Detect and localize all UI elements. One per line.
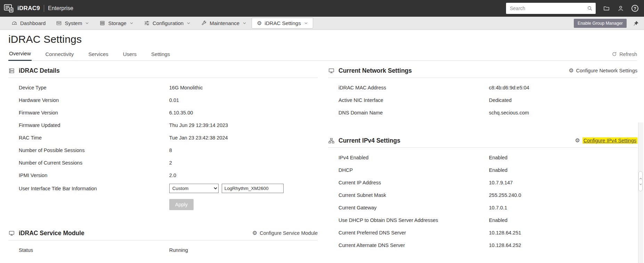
search-icon[interactable]: [587, 5, 593, 11]
row-label: DHCP: [328, 167, 489, 173]
row-value: 16G Monolithic: [169, 85, 203, 90]
current-network-settings-panel: Current Network Settings ⚙ Configure Net…: [328, 67, 637, 123]
row-value: c8:4b:d6:9d:e5:04: [489, 85, 529, 90]
table-row: Hardware Version 0.01: [8, 94, 318, 106]
row-label: IPv4 Enabled: [328, 155, 489, 160]
file-share-icon[interactable]: [603, 5, 610, 12]
table-row: Status Running: [8, 244, 318, 256]
wrench-icon: [201, 20, 207, 26]
help-icon[interactable]: ?: [631, 5, 638, 12]
user-icon[interactable]: [617, 5, 624, 12]
idrac-app-window: iDRAC9 Enterprise: [0, 0, 644, 263]
tab-settings[interactable]: Settings: [150, 49, 171, 61]
gear-icon: ⚙: [257, 21, 262, 26]
service-module-header: iDRAC Service Module ⚙ Configure Service…: [8, 230, 318, 240]
two-column-layout: iDRAC Details Device Type 16G Monolithic: [8, 67, 637, 261]
rack-server-icon: [8, 67, 15, 74]
search-input[interactable]: [506, 3, 596, 14]
table-row: DHCP Enabled: [328, 164, 637, 176]
sliders-icon: [144, 20, 150, 26]
nav-label: Dashboard: [20, 20, 46, 26]
table-row: Active NIC Interface Dedicated: [328, 94, 637, 106]
gear-icon: ⚙: [252, 230, 257, 236]
row-value: 8: [169, 148, 172, 153]
row-label: Number of Possible Sessions: [8, 148, 169, 153]
nav-item-configuration[interactable]: Configuration: [139, 17, 196, 30]
row-value: 10.128.64.252: [489, 242, 521, 248]
service-module-body: Status Running: [8, 240, 318, 261]
nav-item-dashboard[interactable]: Dashboard: [6, 17, 51, 30]
nav-label: Storage: [108, 20, 127, 26]
configure-service-module-link[interactable]: ⚙ Configure Service Module: [252, 230, 318, 236]
pin-icon[interactable]: [633, 20, 639, 26]
brand-separator: [44, 5, 44, 12]
nav-item-maintenance[interactable]: Maintenance: [196, 17, 252, 30]
refresh-button[interactable]: Refresh: [612, 51, 637, 61]
chevron-down-icon: [304, 21, 308, 25]
enable-group-manager-button[interactable]: Enable Group Manager: [574, 19, 627, 28]
nav-item-storage[interactable]: Storage: [94, 17, 139, 30]
vertical-scrollbar[interactable]: [638, 122, 643, 263]
title-bar-info-row: User Interface Title Bar Information Cus…: [8, 182, 318, 196]
apply-button[interactable]: Apply: [169, 199, 194, 210]
table-row: Firmware Updated Thu Jun 29 12:39:14 202…: [8, 119, 318, 132]
table-row: Current IP Address 10.7.9.147: [328, 176, 637, 189]
nav-label: Configuration: [153, 20, 184, 26]
table-row: RAC Time Tue Jan 23 23:42:38 2024: [8, 132, 318, 144]
nav-label: Maintenance: [210, 20, 239, 26]
tab-overview[interactable]: Overview: [8, 48, 32, 61]
table-row: Current Preferred DNS Server 10.128.64.2…: [328, 226, 637, 239]
row-value: Dedicated: [489, 97, 512, 103]
table-row: Device Type 16G Monolithic: [8, 81, 318, 94]
row-label: Current Subnet Mask: [328, 192, 489, 198]
main-nav-bar: Dashboard System Storage: [0, 17, 644, 30]
configure-network-settings-link[interactable]: ⚙ Configure Network Settings: [569, 68, 637, 73]
row-value: 6.10.35.00: [169, 110, 193, 115]
service-module-panel: iDRAC Service Module ⚙ Configure Service…: [8, 230, 318, 261]
row-label: Current Gateway: [328, 205, 489, 210]
row-value: 10.7.9.147: [489, 180, 513, 185]
scrollbar-thumb[interactable]: [638, 171, 643, 191]
service-module-rows: Status Running: [8, 244, 318, 256]
storage-disks-icon: [99, 20, 105, 26]
row-label: DNS Domain Name: [328, 110, 489, 115]
row-value: Enabled: [489, 155, 507, 160]
nav-label: iDRAC Settings: [264, 20, 301, 26]
row-value: Enabled: [489, 217, 507, 223]
action-label-highlighted: Configure IPv4 Settings: [582, 137, 637, 144]
configure-ipv4-settings-link[interactable]: ⚙ Configure IPv4 Settings: [575, 137, 637, 144]
tab-connectivity[interactable]: Connectivity: [45, 49, 75, 61]
page-content: iDRAC Settings Overview Connectivity Ser…: [0, 33, 644, 261]
scroll-down-icon: [639, 183, 642, 186]
tab-users[interactable]: Users: [122, 49, 137, 61]
row-value: 0.01: [169, 97, 179, 103]
monitor-icon: [8, 230, 15, 237]
table-row: Firmware Version 6.10.35.00: [8, 106, 318, 119]
server-icon: [56, 20, 62, 26]
nav-item-idrac-settings[interactable]: ⚙ iDRAC Settings: [252, 18, 313, 29]
right-column: Current Network Settings ⚙ Configure Net…: [328, 67, 637, 256]
title-bar-mode-select[interactable]: Custom: [169, 184, 219, 193]
row-label: User Interface Title Bar Information: [8, 186, 169, 191]
nav-item-system[interactable]: System: [51, 17, 94, 30]
network-settings-rows: iDRAC MAC Address c8:4b:d6:9d:e5:04 Acti…: [328, 81, 637, 119]
row-value: Tue Jan 23 23:42:38 2024: [169, 135, 228, 141]
idrac-details-body: Device Type 16G Monolithic Hardware Vers…: [8, 78, 318, 216]
title-bar-text-input[interactable]: [222, 184, 284, 193]
tab-services[interactable]: Services: [88, 49, 109, 61]
row-label: IPMI Version: [8, 173, 169, 178]
panel-title: Current IPv4 Settings: [339, 137, 400, 144]
row-value: 10.128.64.251: [489, 230, 521, 236]
row-value: 10.7.0.1: [489, 205, 507, 210]
row-value: 2: [169, 160, 172, 166]
ipv4-settings-body: IPv4 Enabled Enabled DHCP Enabled: [328, 148, 637, 256]
table-row: IPMI Version 2.0: [8, 169, 318, 182]
network-settings-header: Current Network Settings ⚙ Configure Net…: [328, 67, 637, 78]
ipv4-settings-rows: IPv4 Enabled Enabled DHCP Enabled: [328, 151, 637, 252]
chevron-down-icon: [243, 21, 246, 25]
action-label: Configure Service Module: [260, 230, 318, 236]
row-value: Enabled: [489, 167, 507, 173]
table-row: IPv4 Enabled Enabled: [328, 151, 637, 164]
scroll-up-icon: [639, 177, 642, 180]
row-label: Firmware Version: [8, 110, 169, 115]
